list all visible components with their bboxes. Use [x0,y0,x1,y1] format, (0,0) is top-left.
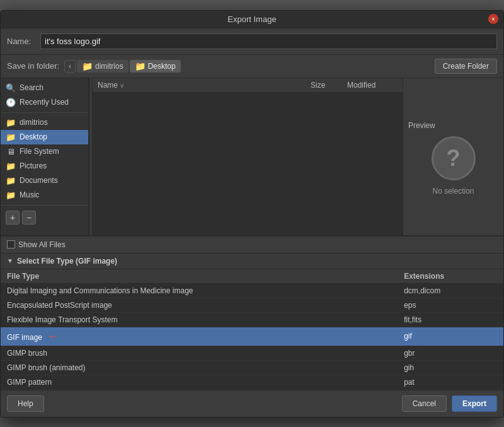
sidebar-item-recently-used[interactable]: 🕐 Recently Used [1,95,88,110]
filename-input[interactable] [40,33,497,49]
show-all-files-checkbox[interactable] [7,240,15,249]
sidebar-desktop-label: Desktop [20,132,47,141]
export-button[interactable]: Export [452,395,497,412]
file-type-cell: GIF image← [1,327,398,346]
file-type-cell: Encapsulated PostScript image [1,298,398,312]
file-list-header: Name ∨ Size Modified [93,78,403,93]
options-row: Show All Files [1,237,503,254]
sidebar-item-search[interactable]: 🔍 Search [1,81,88,95]
col-name-header[interactable]: Name ∨ [98,81,306,90]
folder-icon-dimitrios: 📁 [82,61,93,71]
extensions-cell: gbr [398,346,503,360]
sidebar-item-documents[interactable]: 📁 Documents [1,173,88,188]
file-type-cell: GIMP brush (animated) [1,360,398,375]
sidebar-search-label: Search [20,83,43,92]
title-bar: Export Image × [1,11,503,28]
sidebar-divider [1,112,88,113]
file-type-row[interactable]: GIMP patternpat [1,375,503,389]
sidebar-item-desktop[interactable]: 📁 Desktop [1,130,88,144]
extensions-cell: gih [398,360,503,375]
pictures-folder-icon: 📁 [6,161,16,171]
question-mark-icon: ? [447,145,461,172]
sidebar-music-label: Music [20,190,39,199]
bottom-section: Show All Files ▼ Select File Type (GIF i… [1,236,503,390]
extensions-cell: gif [398,327,503,346]
file-type-cell: Digital Imaging and Communications in Me… [1,283,398,298]
sort-arrow-icon: ∨ [120,82,124,89]
sidebar-remove-button[interactable]: − [22,211,36,225]
name-row: Name: [1,28,503,55]
extensions-cell: pat [398,375,503,389]
no-selection-text: No selection [432,187,474,196]
breadcrumb-dimitrios-label: dimitrios [95,62,123,71]
sidebar-documents-label: Documents [20,176,58,185]
breadcrumb-desktop[interactable]: 📁 Desktop [130,60,181,73]
triangle-icon: ▼ [7,257,13,264]
file-list-empty [93,93,403,232]
file-list-area: Name ∨ Size Modified [93,78,403,235]
file-type-row[interactable]: Flexible Image Transport Systemfit,fits [1,312,503,327]
show-all-files-label: Show All Files [18,240,66,249]
sidebar-item-pictures[interactable]: 📁 Pictures [1,159,88,173]
recently-used-icon: 🕐 [6,98,16,107]
file-system-icon: 🖥 [6,147,16,156]
file-type-row[interactable]: GIF image←gif [1,327,503,346]
file-type-cell: GIMP pattern [1,375,398,389]
breadcrumb-nav: ‹ 📁 dimitrios 📁 Desktop [64,60,431,73]
sidebar-pictures-label: Pictures [20,161,47,170]
col-modified-header[interactable]: Modified [347,81,398,90]
create-folder-button[interactable]: Create Folder [435,59,497,74]
sidebar-divider-2 [1,205,88,206]
file-type-list-area[interactable]: File Type Extensions Digital Imaging and… [1,269,503,390]
music-folder-icon: 📁 [6,190,16,200]
file-type-row[interactable]: Digital Imaging and Communications in Me… [1,283,503,298]
sidebar-buttons: + − [1,208,88,227]
sidebar-recently-used-label: Recently Used [20,98,69,107]
main-content: 🔍 Search 🕐 Recently Used 📁 dimitrios 📁 D… [1,78,503,236]
gif-arrow-indicator: ← [47,330,59,343]
file-type-header[interactable]: ▼ Select File Type (GIF image) [1,254,503,269]
dialog-footer: Help Cancel Export [1,390,503,417]
col-name-label: Name [98,81,118,90]
desktop-folder-icon: 📁 [6,132,16,142]
show-all-files-checkbox-label[interactable]: Show All Files [7,240,66,249]
extensions-col-header: Extensions [398,269,503,284]
preview-icon-circle: ? [432,136,476,180]
breadcrumb-dimitrios[interactable]: 📁 dimitrios [77,60,129,73]
extensions-cell: eps [398,298,503,312]
cancel-button[interactable]: Cancel [402,395,447,412]
extensions-cell: dcm,dicom [398,283,503,298]
file-type-col-header: File Type [1,269,398,284]
sidebar-add-button[interactable]: + [6,211,20,225]
sidebar-item-music[interactable]: 📁 Music [1,188,88,202]
sidebar-item-file-system[interactable]: 🖥 File System [1,144,88,159]
save-in-label: Save in folder: [7,61,60,71]
export-image-dialog: Export Image × Name: Save in folder: ‹ 📁… [0,10,504,418]
sidebar-file-system-label: File System [20,147,59,156]
dimitrios-folder-icon: 📁 [6,118,16,127]
nav-back-button[interactable]: ‹ [64,60,76,73]
help-button[interactable]: Help [7,395,44,412]
sidebar: 🔍 Search 🕐 Recently Used 📁 dimitrios 📁 D… [1,78,89,235]
extensions-cell: fit,fits [398,312,503,327]
footer-right: Cancel Export [402,395,497,412]
search-icon: 🔍 [6,83,16,93]
breadcrumb-desktop-label: Desktop [148,62,176,71]
file-type-header-label: Select File Type (GIF image) [17,257,117,266]
name-label: Name: [7,37,35,46]
sidebar-dimitrios-label: dimitrios [20,118,48,127]
sidebar-item-dimitrios[interactable]: 📁 dimitrios [1,115,88,130]
documents-folder-icon: 📁 [6,176,16,185]
col-size-header[interactable]: Size [311,81,342,90]
file-type-cell: GIMP brush [1,346,398,360]
file-type-row[interactable]: Encapsulated PostScript imageeps [1,298,503,312]
preview-label: Preview [403,117,440,130]
file-type-row[interactable]: GIMP brushgbr [1,346,503,360]
file-type-section: File Type Extensions Digital Imaging and… [1,269,503,390]
dialog-title: Export Image [227,15,276,24]
folder-icon-desktop: 📁 [135,61,146,71]
file-type-table: File Type Extensions Digital Imaging and… [1,269,503,390]
file-type-cell: Flexible Image Transport System [1,312,398,327]
file-type-row[interactable]: GIMP brush (animated)gih [1,360,503,375]
close-button[interactable]: × [488,14,498,24]
